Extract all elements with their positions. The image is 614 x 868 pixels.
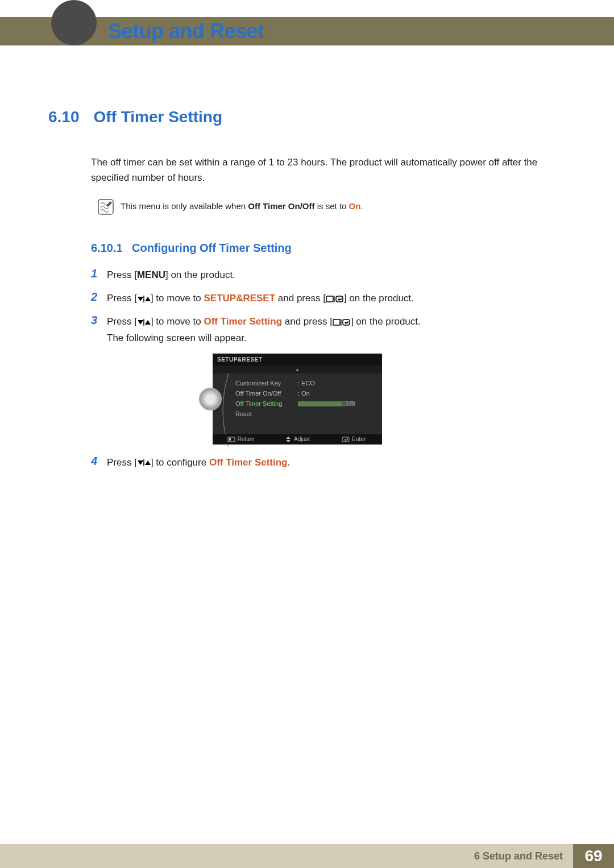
step-text: Press [] to move to Off Timer Setting an… [107,314,566,347]
svg-rect-1 [326,296,333,302]
svg-rect-4 [343,319,350,325]
chapter-title: Setup and Reset [108,19,264,43]
section-number: 6.10 [48,108,91,126]
page-footer: 6 Setup and Reset 69 [0,844,614,868]
subsection-heading: 6.10.1 Configuring Off Timer Setting [91,242,566,255]
osd-panel: SETUP&RESET ▲ Customized Key : ECO Off T… [213,354,382,445]
svg-rect-3 [333,319,340,325]
svg-rect-6 [229,438,231,441]
osd-slider: 14h [298,401,355,406]
menu-button-label: MENU [137,269,165,280]
off-timer-label: Off Timer Setting [209,457,288,468]
box-enter-icon [333,318,351,326]
down-up-icon [137,459,151,467]
down-up-icon [137,318,151,326]
page-number: 69 [573,844,614,868]
footer-chapter-label: 6 Setup and Reset [0,844,573,868]
chapter-badge [51,0,97,45]
note-icon [97,198,115,216]
step-number: 3 [91,314,107,327]
step-3: 3 Press [] to move to Off Timer Setting … [91,314,566,347]
subsection-title: Configuring Off Timer Setting [132,242,292,254]
osd-title: SETUP&RESET [213,354,382,366]
note-text: This menu is only available when Off Tim… [121,198,363,216]
svg-rect-5 [228,437,235,442]
note-text-prefix: This menu is only available when [121,201,248,211]
step-1: 1 Press [MENU] on the product. [91,267,566,284]
svg-rect-2 [336,296,343,302]
osd-row-off-timer-onoff: Off Timer On/Off : On [235,388,377,398]
note-text-mid: is set to [315,201,349,211]
note-row: This menu is only available when Off Tim… [97,198,566,216]
adjust-icon [285,437,292,442]
osd-footer-adjust: Adjust [269,434,325,445]
osd-row-reset: Reset [235,409,377,419]
steps-list: 1 Press [MENU] on the product. 2 Press [… [91,267,566,471]
osd-footer-enter: Enter [326,434,382,445]
note-key: Off Timer On/Off [248,201,314,211]
jog-dial-icon [199,388,222,410]
step-number: 2 [91,290,107,304]
section-heading: 6.10 Off Timer Setting [48,108,566,126]
enter-icon [342,437,350,442]
step-number: 1 [91,267,107,280]
osd-screenshot: SETUP&RESET ▲ Customized Key : ECO Off T… [199,354,566,445]
note-value: On [349,201,361,211]
osd-footer-return: Return [213,434,269,445]
step-text-extra: The following screen will appear. [107,333,247,343]
box-enter-icon [326,295,344,303]
setup-reset-label: SETUP&RESET [204,293,275,304]
subsection-number: 6.10.1 [91,242,123,254]
step-text: Press [] to move to SETUP&RESET and pres… [107,290,566,307]
osd-row-off-timer-setting: Off Timer Setting 14h [235,398,377,409]
return-icon [227,437,235,442]
osd-slider-fill [298,402,342,406]
page-root: Setup and Reset 6.10 Off Timer Setting T… [0,0,614,868]
section-description: The off timer can be set within a range … [91,155,566,185]
step-2: 2 Press [] to move to SETUP&RESET and pr… [91,290,566,307]
down-up-icon [137,295,151,303]
note-text-suffix: . [360,201,363,211]
osd-slider-value: 14h [346,398,355,409]
section-title: Off Timer Setting [93,108,222,126]
off-timer-label: Off Timer Setting [204,316,282,327]
osd-footer: Return Adjust Enter [213,434,382,445]
step-number: 4 [91,455,107,468]
step-text: Press [] to configure Off Timer Setting. [107,455,566,471]
main-content: 6.10 Off Timer Setting The off timer can… [48,108,566,478]
step-4: 4 Press [] to configure Off Timer Settin… [91,455,566,471]
osd-row-customized-key: Customized Key : ECO [235,378,377,388]
step-text: Press [MENU] on the product. [107,267,566,284]
osd-scroll-up-icon: ▲ [213,366,382,373]
